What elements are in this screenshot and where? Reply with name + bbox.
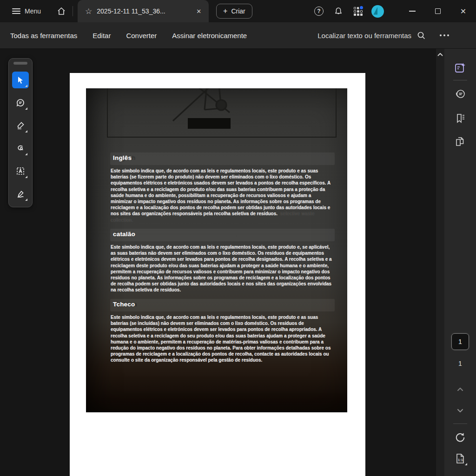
menu-esign[interactable]: Assinar eletronicamente: [172, 32, 247, 40]
minimize-button[interactable]: [399, 0, 425, 22]
comments-icon: [454, 89, 466, 101]
document-tab[interactable]: ☆ 2025-12-11 11_53_36... ✕: [78, 0, 209, 22]
pdf-page: English Inglês Este símbolo indica que, …: [70, 73, 365, 476]
section-heading: Inglês: [113, 154, 132, 161]
crossed-out-bin-icon: [108, 88, 337, 138]
bell-icon: [334, 7, 343, 16]
total-pages: 1: [458, 360, 462, 367]
help-icon: ?: [314, 7, 324, 16]
favorite-star-icon[interactable]: ☆: [85, 7, 92, 15]
notifications-button[interactable]: [329, 2, 348, 20]
right-rail: 1 1 1:1: [444, 49, 476, 476]
maximize-button[interactable]: [425, 0, 450, 22]
notification-dot: [359, 5, 364, 10]
home-icon: [57, 7, 66, 16]
close-button[interactable]: ✕: [450, 0, 476, 22]
quick-tools-panel: [8, 58, 33, 207]
plus-icon: +: [223, 7, 227, 15]
previous-page-button[interactable]: [454, 384, 466, 394]
bookmark-icon: [454, 112, 466, 125]
menu-button[interactable]: Menu: [12, 7, 41, 15]
text-box-icon: [16, 166, 25, 176]
heading-band: [110, 152, 335, 165]
highlighter-icon: [16, 121, 25, 130]
rail-divider: [453, 80, 467, 80]
refresh-icon: [454, 431, 466, 443]
more-options-icon[interactable]: [440, 34, 449, 36]
comment-tool[interactable]: [12, 94, 29, 111]
chevron-up-icon: [437, 53, 443, 56]
hamburger-icon: [12, 8, 20, 14]
tab-close-icon[interactable]: ✕: [194, 7, 203, 16]
draw-tool[interactable]: [12, 140, 29, 157]
tab-title: 2025-12-11 11_53_36...: [97, 7, 190, 15]
section-heading: Tcheco: [113, 301, 135, 308]
zoom-actual-size-button[interactable]: 1:1: [452, 451, 468, 466]
ai-assistant-button[interactable]: [452, 61, 468, 76]
chevron-up-icon: [457, 387, 463, 391]
lasso-curve-icon: [16, 144, 25, 153]
pages-icon: [454, 136, 466, 148]
text-box-tool[interactable]: [12, 163, 29, 179]
heading-band: [110, 229, 335, 241]
bookmarks-panel-button[interactable]: [452, 111, 468, 126]
scroll-up-arrow[interactable]: [436, 51, 444, 58]
close-icon: ✕: [460, 7, 466, 16]
fill-sign-tool[interactable]: [12, 185, 29, 202]
titlebar-divider: [73, 6, 73, 16]
section-body: Este símbolo indica que, de acordo com a…: [111, 244, 332, 293]
next-page-button[interactable]: [454, 406, 466, 415]
create-button[interactable]: + Criar: [216, 4, 252, 19]
search-icon: [417, 31, 426, 40]
cursor-arrow-icon: [16, 76, 25, 84]
minimize-icon: [409, 11, 416, 12]
section-body: Este símbolo indica que, de acordo com a…: [111, 168, 332, 223]
find-label: Localizar texto ou ferramentas: [317, 32, 411, 40]
select-tool[interactable]: [12, 72, 29, 88]
page-number-input[interactable]: 1: [451, 333, 469, 350]
toolbar: Todas as ferramentas Editar Converter As…: [0, 22, 476, 49]
comments-panel-button[interactable]: [452, 87, 468, 102]
section-heading: catalão: [113, 231, 135, 238]
scanned-photo: English Inglês Este símbolo indica que, …: [86, 88, 347, 412]
svg-text:1:1: 1:1: [458, 458, 463, 462]
weee-symbol-box: [107, 88, 337, 138]
current-page: 1: [458, 338, 462, 345]
section-body: Este símbolo indica que, de acordo com a…: [111, 314, 332, 364]
menu-label: Menu: [25, 7, 41, 15]
menu-convert[interactable]: Converter: [126, 32, 157, 40]
titlebar: Menu ☆ 2025-12-11 11_53_36... ✕ + Criar …: [0, 0, 476, 22]
menu-all-tools[interactable]: Todas as ferramentas: [10, 32, 77, 40]
help-button[interactable]: ?: [309, 2, 329, 20]
document-viewer: English Inglês Este símbolo indica que, …: [0, 49, 476, 476]
apps-button[interactable]: [348, 2, 368, 20]
chevron-down-icon: [457, 409, 463, 413]
dropdown-corner-icon: [465, 463, 467, 465]
create-label: Criar: [231, 7, 245, 15]
ai-assistant-icon: [454, 62, 466, 74]
maximize-icon: [435, 8, 441, 14]
home-button[interactable]: [57, 7, 66, 16]
signature-pen-icon: [16, 189, 25, 198]
comment-bubble-icon: [16, 98, 25, 107]
refresh-button[interactable]: [452, 430, 468, 445]
panel-drag-handle[interactable]: [13, 62, 27, 65]
rail-divider: [453, 423, 467, 424]
account-button[interactable]: [368, 2, 387, 20]
highlight-tool[interactable]: [12, 117, 29, 134]
page-thumbnails-button[interactable]: [452, 134, 468, 149]
menu-edit[interactable]: Editar: [93, 32, 111, 40]
find-tools-button[interactable]: Localizar texto ou ferramentas: [317, 31, 426, 40]
vertical-scrollbar[interactable]: [436, 49, 444, 476]
avatar: [371, 5, 384, 18]
heading-band: [110, 299, 335, 311]
